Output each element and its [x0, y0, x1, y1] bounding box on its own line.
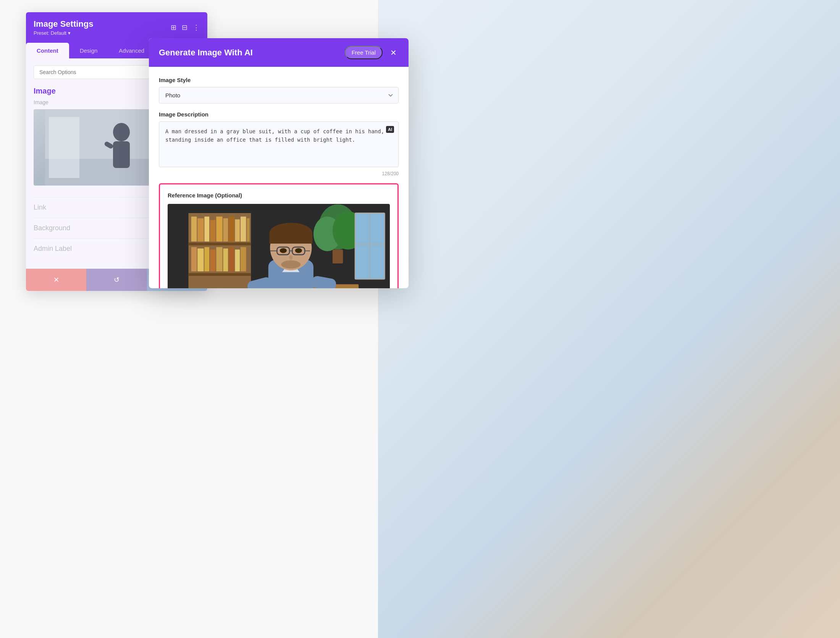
ai-modal-scroll: Image Style Photo Illustration Watercolo…: [149, 67, 409, 288]
ai-badge: AI: [386, 126, 394, 133]
svg-rect-25: [216, 247, 222, 271]
description-wrapper: AI: [159, 121, 399, 169]
svg-rect-22: [197, 248, 204, 271]
undo-button[interactable]: ↺: [86, 269, 147, 291]
svg-point-53: [280, 248, 287, 253]
more-icon[interactable]: ⋮: [193, 23, 200, 32]
svg-rect-28: [235, 249, 240, 271]
svg-rect-27: [229, 247, 234, 271]
description-textarea[interactable]: [159, 121, 399, 167]
settings-preset[interactable]: Preset: Default ▾: [34, 30, 93, 36]
svg-rect-26: [223, 248, 228, 271]
ai-modal-body: Image Style Photo Illustration Watercolo…: [149, 67, 409, 176]
crop-icon[interactable]: ⊞: [171, 23, 176, 32]
svg-rect-14: [210, 220, 216, 241]
ai-modal-title: Generate Image With AI: [159, 48, 253, 58]
svg-point-56: [281, 260, 300, 268]
description-label: Image Description: [159, 111, 399, 118]
svg-rect-29: [241, 247, 246, 271]
svg-rect-9: [189, 242, 251, 245]
cancel-button[interactable]: ✕: [26, 269, 86, 291]
settings-header-icons: ⊞ ⊟ ⋮: [171, 23, 200, 32]
layout-icon[interactable]: ⊟: [182, 23, 187, 32]
svg-rect-15: [216, 216, 222, 241]
svg-rect-13: [204, 216, 209, 241]
close-button[interactable]: ✕: [388, 47, 399, 58]
tab-content[interactable]: Content: [26, 43, 69, 58]
tab-design[interactable]: Design: [69, 43, 108, 58]
svg-rect-18: [235, 219, 240, 241]
svg-rect-47: [269, 233, 312, 243]
svg-rect-23: [204, 247, 209, 271]
svg-rect-19: [241, 216, 246, 241]
settings-title-group: Image Settings Preset: Default ▾: [34, 19, 93, 36]
ai-modal-header-right: Free Trial ✕: [345, 46, 399, 59]
svg-rect-17: [229, 216, 234, 241]
background-room-image: [378, 0, 840, 638]
svg-point-54: [295, 248, 302, 253]
ai-modal-header: Generate Image With AI Free Trial ✕: [149, 38, 409, 67]
char-count: 128/200: [159, 171, 399, 176]
reference-label: Reference Image (Optional): [168, 192, 390, 199]
tab-advanced[interactable]: Advanced: [108, 43, 155, 58]
settings-title: Image Settings: [34, 19, 93, 29]
svg-rect-2: [49, 117, 79, 178]
svg-rect-10: [189, 273, 251, 276]
ai-modal: Generate Image With AI Free Trial ✕ Imag…: [149, 38, 409, 288]
image-style-label: Image Style: [159, 77, 399, 83]
reference-image-svg: [168, 204, 390, 288]
svg-rect-12: [197, 218, 204, 241]
svg-rect-11: [191, 216, 197, 241]
svg-rect-24: [210, 249, 216, 271]
svg-rect-16: [223, 218, 228, 241]
reference-image-container[interactable]: [168, 204, 390, 288]
svg-point-3: [113, 123, 130, 141]
svg-point-55: [289, 255, 292, 260]
svg-rect-21: [191, 247, 197, 271]
svg-rect-20: [247, 218, 249, 241]
reference-section: Reference Image (Optional): [159, 183, 399, 288]
image-style-select[interactable]: Photo Illustration Watercolor Oil Painti…: [159, 87, 399, 103]
free-trial-button[interactable]: Free Trial: [345, 46, 383, 59]
svg-rect-33: [333, 249, 343, 263]
reference-section-wrapper: Reference Image (Optional): [149, 183, 409, 288]
